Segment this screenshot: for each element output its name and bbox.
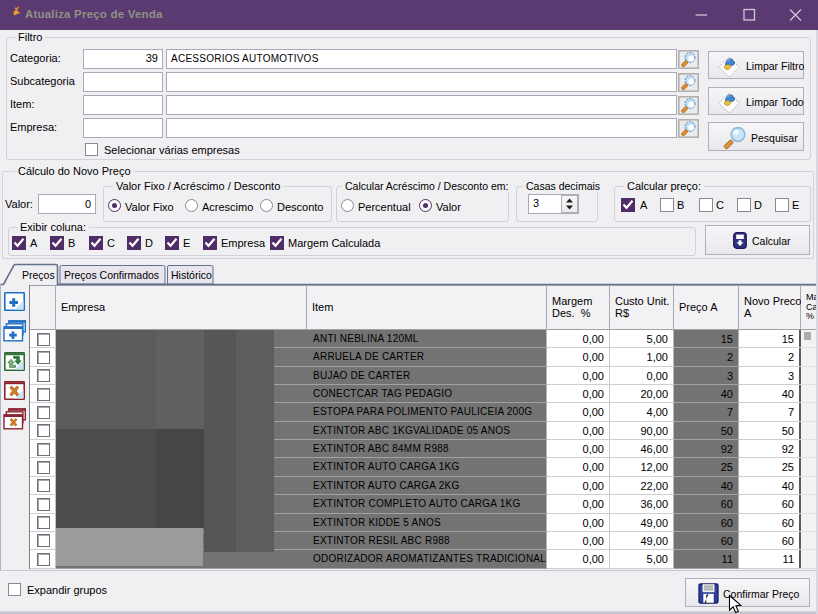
svg-text:Histórico: Histórico — [171, 269, 212, 281]
svg-text:Preços: Preços — [22, 269, 55, 281]
svg-text:Preços Confirmados: Preços Confirmados — [64, 269, 159, 281]
